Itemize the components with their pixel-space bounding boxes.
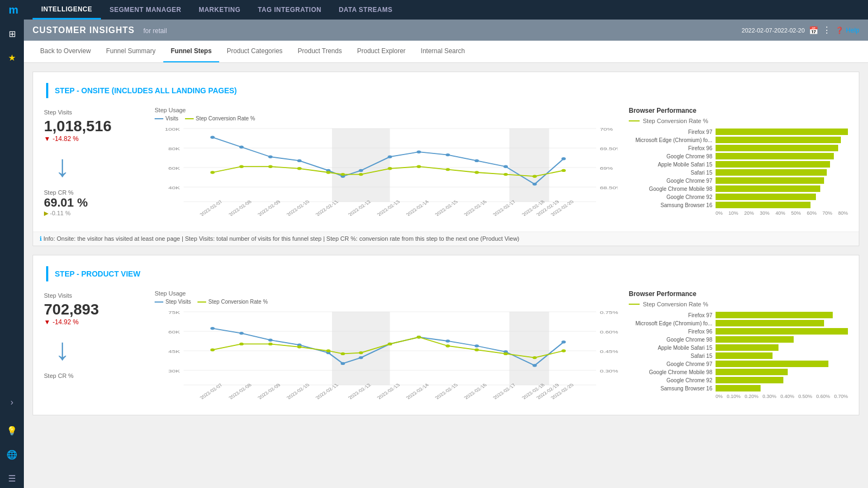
bar-fill: [716, 336, 794, 343]
calendar-icon[interactable]: 📅: [809, 26, 818, 35]
bar-row: Samsung Browser 16: [629, 385, 848, 391]
nav-items: INTELLIGENCE SEGMENT MANAGER MARKETING T…: [33, 0, 401, 20]
bar-row: Google Chrome Mobile 98: [629, 185, 848, 192]
svg-text:2022-02-11: 2022-02-11: [314, 200, 340, 217]
step1-bar-chart: Firefox 97Microsoft Edge (Chromium) fo..…: [629, 129, 848, 208]
bar-container: [716, 352, 848, 359]
bar-container: [716, 185, 848, 192]
tab-funnel-steps[interactable]: Funnel Steps: [163, 41, 219, 62]
svg-text:2022-02-15: 2022-02-15: [434, 200, 459, 217]
down-triangle-icon: ▼: [44, 135, 50, 143]
svg-text:2022-02-10: 2022-02-10: [285, 200, 311, 217]
list-icon[interactable]: ☰: [2, 468, 22, 488]
step2-visits-panel: Step Visits 702,893 ▼ -14.92 % ↓ Step CR…: [40, 288, 148, 408]
svg-text:40K: 40K: [168, 185, 180, 190]
tab-product-categories[interactable]: Product Categories: [219, 41, 290, 62]
nav-tag-integration[interactable]: TAG INTEGRATION: [249, 0, 330, 20]
tab-product-trends[interactable]: Product Trends: [290, 41, 349, 62]
svg-text:2022-02-17: 2022-02-17: [492, 383, 517, 400]
step1-chart-panel: Step Usage Visits Step Conversion Rate %: [152, 105, 620, 225]
step2-browser-title: Browser Performance: [629, 290, 848, 298]
logo[interactable]: m: [5, 4, 22, 16]
svg-point-25: [475, 159, 479, 162]
bar-fill: [716, 145, 838, 151]
bar-label: Samsung Browser 16: [629, 202, 716, 208]
step1-arrow-icon: ↓: [55, 149, 144, 183]
bar-fill: [716, 369, 788, 375]
svg-text:75K: 75K: [168, 310, 180, 314]
header-right: 2022-02-07-2022-02-20 📅 ⋮ ❓ Help: [742, 25, 859, 35]
svg-point-41: [533, 175, 537, 178]
svg-text:100K: 100K: [165, 126, 180, 131]
header-bar: CUSTOMER INSIGHTS for retail 2022-02-07-…: [24, 20, 868, 41]
step2-visits-value: 702,893: [44, 301, 144, 318]
bar-row: Firefox 96: [629, 145, 848, 151]
tab-back-overview[interactable]: Back to Overview: [33, 41, 98, 62]
step2-chart-panel: Step Usage Step Visits Step Conversion R…: [152, 288, 620, 408]
nav-segment-manager[interactable]: SEGMENT MANAGER: [101, 0, 190, 20]
step1-chart: 100K 80K 60K 40K 70% 69.50% 69% 68.50%: [155, 124, 618, 221]
svg-point-86: [210, 349, 215, 351]
bar-container: [716, 369, 848, 375]
bar-label: Firefox 97: [629, 312, 716, 318]
bar-fill: [716, 153, 834, 159]
step1-browser-legend: Step Conversion Rate %: [629, 118, 848, 124]
date-range: 2022-02-07-2022-02-20: [742, 27, 805, 34]
step2-legend-visits: Step Visits: [155, 299, 191, 305]
bar-container: [716, 385, 848, 391]
svg-point-32: [297, 167, 302, 170]
svg-point-99: [561, 349, 566, 352]
star-icon[interactable]: ★: [2, 48, 22, 67]
bar-container: [716, 137, 848, 143]
nav-intelligence[interactable]: INTELLIGENCE: [33, 0, 101, 20]
bar-container: [716, 161, 848, 168]
bar-row: Google Chrome 97: [629, 177, 848, 184]
bar-container: [716, 336, 848, 343]
svg-point-26: [503, 165, 508, 168]
header-subtitle: for retail: [143, 27, 167, 35]
bar-row: Google Chrome 98: [629, 153, 848, 159]
svg-point-36: [388, 167, 392, 170]
help-button[interactable]: ❓ Help: [835, 27, 859, 34]
help-icon: ❓: [835, 27, 844, 34]
step2-visits-label: Step Visits: [44, 292, 144, 299]
bar-container: [716, 194, 848, 200]
nav-marketing[interactable]: MARKETING: [190, 0, 249, 20]
svg-point-21: [359, 169, 363, 172]
tab-product-explorer[interactable]: Product Explorer: [349, 41, 413, 62]
svg-point-34: [341, 173, 345, 176]
svg-point-31: [268, 165, 272, 168]
svg-point-96: [475, 349, 479, 351]
bar-label: Apple Mobile Safari 15: [629, 345, 716, 351]
tab-internal-search[interactable]: Internal Search: [413, 41, 473, 62]
svg-text:2022-02-17: 2022-02-17: [492, 200, 517, 217]
bar-row: Safari 15: [629, 352, 848, 359]
bar-container: [716, 377, 848, 383]
bar-container: [716, 169, 848, 176]
svg-text:2022-02-09: 2022-02-09: [257, 383, 282, 400]
svg-point-82: [475, 344, 479, 347]
bar-container: [716, 129, 848, 135]
bar-row: Microsoft Edge (Chromium) fo...: [629, 137, 848, 143]
step1-cr-change: ▶ -0.11 %: [44, 210, 144, 217]
grid-icon[interactable]: ⊞: [2, 24, 22, 43]
svg-point-40: [503, 173, 508, 176]
content-area: STEP - ONSITE (includes all Landing Page…: [24, 63, 868, 433]
step1-legend-visits: Visits: [155, 115, 178, 121]
svg-rect-14: [509, 129, 549, 202]
step2-cr-label: Step CR %: [44, 373, 144, 379]
bar-label: Google Chrome 98: [629, 153, 716, 159]
step1-visits-panel: Step Visits 1,018,516 ▼ -14.82 % ↓ Step …: [40, 105, 148, 225]
bulb-icon[interactable]: 💡: [2, 421, 22, 440]
bar-label: Google Chrome 97: [629, 361, 716, 367]
nav-data-streams[interactable]: DATA STREAMS: [330, 0, 401, 20]
more-icon[interactable]: ⋮: [822, 25, 831, 35]
svg-point-30: [239, 165, 244, 168]
svg-point-89: [297, 345, 302, 348]
svg-text:2022-02-14: 2022-02-14: [405, 200, 430, 217]
svg-point-23: [417, 151, 421, 153]
globe-icon[interactable]: 🌐: [2, 445, 22, 464]
tab-funnel-summary[interactable]: Funnel Summary: [98, 41, 163, 62]
bar-label: Firefox 97: [629, 129, 716, 135]
chevron-right-icon[interactable]: ›: [2, 393, 22, 412]
